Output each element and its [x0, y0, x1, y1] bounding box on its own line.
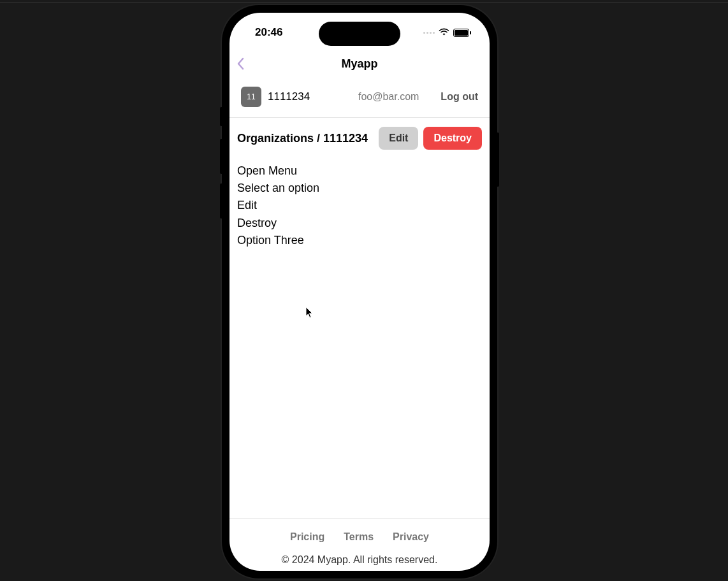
user-name: 1111234	[268, 90, 310, 103]
phone-screen: 20:46	[229, 13, 490, 571]
destroy-button[interactable]: Destroy	[423, 127, 482, 150]
nav-header: Myapp	[229, 50, 490, 78]
menu-item-edit[interactable]: Edit	[237, 197, 482, 214]
phone-volume-up	[220, 139, 222, 174]
avatar[interactable]: 11	[241, 87, 261, 107]
wifi-icon	[439, 27, 449, 38]
back-button[interactable]	[233, 56, 249, 71]
footer-link-pricing[interactable]: Pricing	[290, 531, 324, 543]
logout-link[interactable]: Log out	[440, 91, 478, 103]
user-bar: 11 1111234 foo@bar.com Log out	[229, 78, 490, 118]
content-header: Organizations / 1111234 Edit Destroy	[229, 118, 490, 159]
footer-link-terms[interactable]: Terms	[344, 531, 374, 543]
breadcrumb: Organizations / 1111234	[237, 132, 374, 145]
nav-title: Myapp	[341, 57, 377, 71]
phone-silence-switch	[220, 107, 222, 126]
status-icons	[423, 27, 469, 38]
cellular-icon	[423, 32, 435, 34]
menu-list: Open Menu Select an option Edit Destroy …	[229, 159, 490, 253]
footer: Pricing Terms Privacy © 2024 Myapp. All …	[229, 518, 490, 571]
menu-item-destroy[interactable]: Destroy	[237, 215, 482, 232]
battery-icon	[453, 29, 469, 37]
dynamic-island	[319, 22, 400, 46]
phone-volume-down	[220, 183, 222, 219]
phone-power-button	[497, 133, 499, 187]
footer-links: Pricing Terms Privacy	[229, 531, 490, 543]
menu-item-open-menu[interactable]: Open Menu	[237, 162, 482, 180]
status-time: 20:46	[255, 26, 282, 39]
menu-item-option-three[interactable]: Option Three	[237, 232, 482, 249]
footer-copyright: © 2024 Myapp. All rights reserved.	[229, 554, 490, 566]
footer-link-privacy[interactable]: Privacy	[393, 531, 429, 543]
phone-frame: 20:46	[222, 5, 497, 578]
user-email: foo@bar.com	[358, 91, 419, 103]
browser-top-bar	[0, 0, 728, 3]
edit-button[interactable]: Edit	[379, 127, 418, 150]
menu-item-select-option[interactable]: Select an option	[237, 180, 482, 197]
